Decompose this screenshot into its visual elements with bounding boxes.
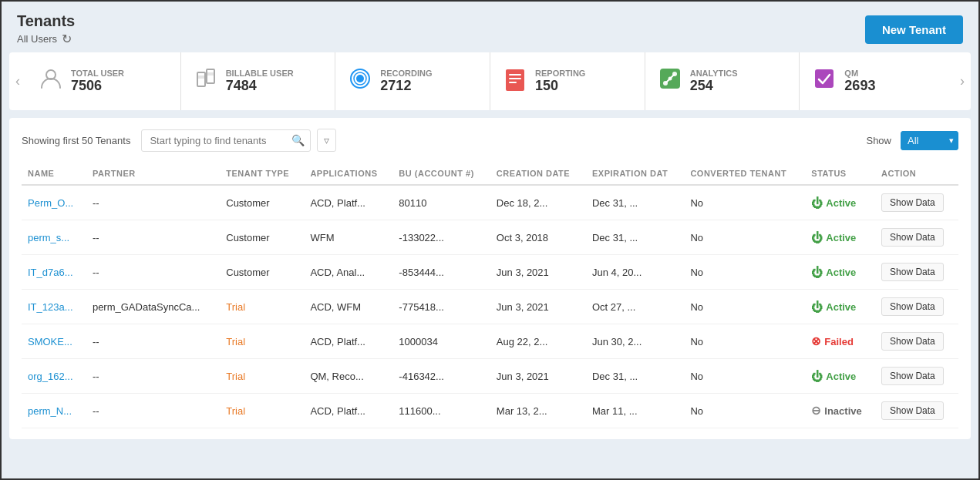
cell-name[interactable]: perm_N... (22, 394, 86, 428)
col-header-converted-tenant: CONVERTED TENANT (684, 163, 805, 185)
stat-item-reporting: REPORTING 150 (490, 52, 645, 110)
cell-name[interactable]: IT_123a... (22, 290, 86, 324)
cell-action[interactable]: Show Data (875, 220, 958, 255)
billable-user-icon (194, 66, 218, 96)
col-header-name: NAME (22, 163, 86, 185)
stat-value-recording: 2712 (380, 78, 432, 94)
cell-converted: No (684, 324, 805, 359)
col-header-tenant-type: TENANT TYPE (220, 163, 304, 185)
cell-type: Trial (220, 290, 304, 324)
cell-expiration: Dec 31, ... (586, 220, 684, 255)
svg-point-6 (356, 75, 364, 82)
stat-value-reporting: 150 (535, 78, 585, 94)
table-header-row: NAMEPARTNERTENANT TYPEAPPLICATIONSBU (AC… (22, 163, 958, 185)
cell-name[interactable]: SMOKE... (22, 324, 86, 359)
cell-status: ⏻ Active (805, 255, 875, 290)
cell-type: Trial (220, 324, 304, 359)
cell-expiration: Jun 4, 20... (586, 255, 684, 290)
svg-rect-2 (197, 76, 205, 79)
refresh-icon[interactable]: ↻ (62, 32, 72, 46)
cell-name[interactable]: Perm_O... (22, 185, 86, 220)
cell-partner: -- (86, 324, 220, 359)
cell-action[interactable]: Show Data (875, 290, 958, 324)
cell-status: ⏻ Active (805, 185, 875, 220)
cell-applications: WFM (304, 220, 392, 255)
stat-value-billable-user: 7484 (226, 78, 294, 94)
table-body: Perm_O... -- Customer ACD, Platf... 8011… (22, 185, 958, 428)
cell-action[interactable]: Show Data (875, 255, 958, 290)
cell-partner: -- (86, 255, 220, 290)
cell-creation: Jun 3, 2021 (490, 255, 586, 290)
new-tenant-button[interactable]: New Tenant (865, 15, 963, 44)
table-row: perm_N... -- Trial ACD, Platf... 111600.… (22, 394, 958, 428)
cell-bu: -416342... (392, 359, 490, 394)
cell-bu: 111600... (392, 394, 490, 428)
cell-status: ⏻ Active (805, 220, 875, 255)
col-header-action: ACTION (875, 163, 958, 185)
cell-creation: Oct 3, 2018 (490, 220, 586, 255)
col-header-applications: APPLICATIONS (304, 163, 392, 185)
subtitle-label: All Users (17, 33, 57, 45)
show-data-button[interactable]: Show Data (881, 401, 944, 420)
search-icon: 🔍 (291, 134, 305, 146)
stat-item-total-user: TOTAL USER 7506 (26, 52, 181, 110)
cell-partner: -- (86, 220, 220, 255)
show-data-button[interactable]: Show Data (881, 367, 944, 385)
cell-action[interactable]: Show Data (875, 359, 958, 394)
cell-expiration: Dec 31, ... (586, 359, 684, 394)
stat-label-total-user: TOTAL USER (71, 69, 124, 78)
stat-value-total-user: 7506 (71, 78, 124, 94)
stats-prev-button[interactable]: ‹ (9, 52, 26, 110)
cell-partner: -- (86, 394, 220, 428)
cell-creation: Dec 18, 2... (490, 185, 586, 220)
cell-applications: ACD, Platf... (304, 185, 392, 220)
show-data-button[interactable]: Show Data (881, 228, 944, 247)
cell-converted: No (684, 220, 805, 255)
cell-status: ⊖ Inactive (805, 394, 875, 428)
col-header-creation-date: CREATION DATE (490, 163, 586, 185)
show-data-button[interactable]: Show Data (881, 193, 944, 212)
cell-status: ⏻ Active (805, 290, 875, 324)
stat-item-recording: RECORDING 2712 (335, 52, 490, 110)
show-data-button[interactable]: Show Data (881, 332, 944, 351)
cell-type: Trial (220, 394, 304, 428)
filter-button[interactable]: ▿ (317, 129, 336, 152)
search-input[interactable] (141, 129, 311, 152)
qm-icon (812, 66, 837, 96)
cell-converted: No (684, 255, 805, 290)
cell-action[interactable]: Show Data (875, 394, 958, 428)
tenants-table: NAMEPARTNERTENANT TYPEAPPLICATIONSBU (AC… (22, 163, 958, 428)
cell-bu: 1000034 (392, 324, 490, 359)
cell-expiration: Jun 30, 2... (586, 324, 684, 359)
stat-label-reporting: REPORTING (535, 69, 585, 78)
cell-status: ⏻ Active (805, 359, 875, 394)
cell-action[interactable]: Show Data (875, 324, 958, 359)
svg-rect-8 (506, 69, 524, 91)
col-header-expiration-dat: EXPIRATION DAT (586, 163, 684, 185)
stat-label-billable-user: BILLABLE USER (226, 69, 294, 78)
cell-applications: ACD, WFM (304, 290, 392, 324)
cell-name[interactable]: perm_s... (22, 220, 86, 255)
cell-converted: No (684, 290, 805, 324)
cell-name[interactable]: IT_d7a6... (22, 255, 86, 290)
table-row: Perm_O... -- Customer ACD, Platf... 8011… (22, 185, 958, 220)
show-label: Show (866, 135, 891, 146)
recording-icon (348, 66, 372, 96)
table-row: IT_123a... perm_GADataSyncCa... Trial AC… (22, 290, 958, 324)
show-data-button[interactable]: Show Data (881, 297, 944, 316)
cell-status: ⊗ Failed (805, 324, 875, 359)
cell-applications: ACD, Anal... (304, 255, 392, 290)
show-select[interactable]: AllActiveInactiveTrial (901, 131, 958, 150)
cell-partner: perm_GADataSyncCa... (86, 290, 220, 324)
toolbar: Showing first 50 Tenants 🔍 ▿ Show AllAct… (22, 129, 958, 152)
cell-name[interactable]: org_162... (22, 359, 86, 394)
show-data-button[interactable]: Show Data (881, 263, 944, 281)
svg-rect-1 (197, 72, 205, 86)
cell-partner: -- (86, 359, 220, 394)
cell-action[interactable]: Show Data (875, 185, 958, 220)
cell-applications: ACD, Platf... (304, 324, 392, 359)
stats-next-button[interactable]: › (954, 52, 971, 110)
svg-rect-10 (509, 78, 521, 79)
cell-expiration: Dec 31, ... (586, 185, 684, 220)
stats-items: TOTAL USER 7506 BILLABLE USER 7484 RECOR… (26, 52, 954, 110)
